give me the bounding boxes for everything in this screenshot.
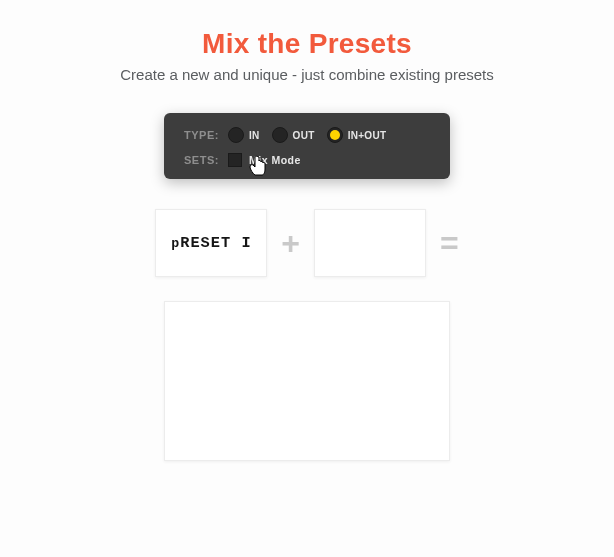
type-radio-inout-label: IN+OUT (348, 130, 387, 141)
plus-icon: + (281, 227, 300, 259)
mixmode-label: Mix Mode (249, 154, 301, 166)
equals-icon: = (440, 227, 459, 259)
type-radio-in[interactable] (228, 127, 244, 143)
control-panel: TYPE: IN OUT IN+OUT SETS: Mix Mode (164, 113, 450, 179)
type-radio-out[interactable] (272, 127, 288, 143)
type-radio-inout[interactable] (327, 127, 343, 143)
preset-card-1-text: pRESET I (171, 235, 251, 252)
preset-equation: pRESET I + = (0, 209, 614, 277)
preset-card-1[interactable]: pRESET I (155, 209, 267, 277)
sets-label: SETS: (184, 154, 228, 166)
type-row: TYPE: IN OUT IN+OUT (184, 127, 434, 143)
page-title: Mix the Presets (0, 28, 614, 60)
type-radio-out-label: OUT (293, 130, 315, 141)
sets-row: SETS: Mix Mode (184, 153, 434, 167)
type-label: TYPE: (184, 129, 228, 141)
page-subtitle: Create a new and unique - just combine e… (0, 66, 614, 83)
mixmode-checkbox[interactable] (228, 153, 242, 167)
type-radio-in-label: IN (249, 130, 260, 141)
preset-card-2[interactable] (314, 209, 426, 277)
result-preview (164, 301, 450, 461)
